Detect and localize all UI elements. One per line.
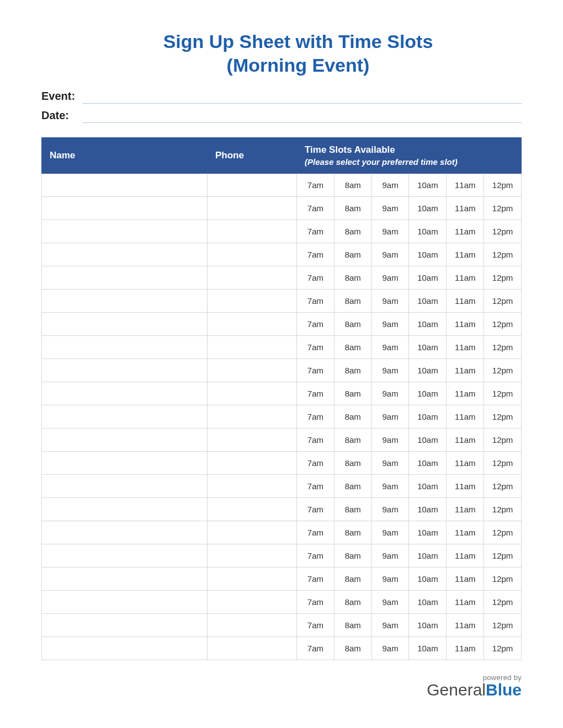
time-slot-cell[interactable]: 9am bbox=[371, 637, 409, 660]
time-slot-cell[interactable]: 12pm bbox=[484, 359, 522, 382]
phone-cell[interactable] bbox=[208, 521, 297, 544]
name-cell[interactable] bbox=[42, 521, 208, 544]
time-slot-cell[interactable]: 7am bbox=[297, 475, 334, 498]
name-cell[interactable] bbox=[42, 591, 208, 614]
time-slot-cell[interactable]: 10am bbox=[409, 475, 447, 498]
time-slot-cell[interactable]: 11am bbox=[447, 197, 484, 220]
time-slot-cell[interactable]: 12pm bbox=[484, 591, 522, 614]
time-slot-cell[interactable]: 12pm bbox=[484, 382, 522, 405]
time-slot-cell[interactable]: 8am bbox=[334, 591, 371, 614]
time-slot-cell[interactable]: 10am bbox=[409, 521, 447, 544]
time-slot-cell[interactable]: 7am bbox=[297, 313, 334, 336]
time-slot-cell[interactable]: 12pm bbox=[484, 637, 522, 660]
time-slot-cell[interactable]: 7am bbox=[297, 405, 334, 429]
time-slot-cell[interactable]: 12pm bbox=[484, 313, 522, 336]
time-slot-cell[interactable]: 8am bbox=[334, 243, 371, 266]
phone-cell[interactable] bbox=[208, 568, 297, 591]
time-slot-cell[interactable]: 11am bbox=[447, 568, 484, 591]
time-slot-cell[interactable]: 9am bbox=[371, 614, 409, 637]
time-slot-cell[interactable]: 7am bbox=[297, 220, 334, 243]
time-slot-cell[interactable]: 10am bbox=[409, 405, 447, 429]
time-slot-cell[interactable]: 8am bbox=[334, 498, 371, 521]
name-cell[interactable] bbox=[42, 220, 208, 243]
name-cell[interactable] bbox=[42, 429, 208, 452]
phone-cell[interactable] bbox=[208, 637, 297, 660]
time-slot-cell[interactable]: 12pm bbox=[484, 452, 522, 475]
time-slot-cell[interactable]: 7am bbox=[297, 452, 334, 475]
time-slot-cell[interactable]: 9am bbox=[371, 266, 409, 290]
time-slot-cell[interactable]: 12pm bbox=[484, 405, 522, 429]
time-slot-cell[interactable]: 7am bbox=[297, 498, 334, 521]
time-slot-cell[interactable]: 12pm bbox=[484, 290, 522, 313]
time-slot-cell[interactable]: 8am bbox=[334, 544, 371, 568]
time-slot-cell[interactable]: 12pm bbox=[484, 266, 522, 290]
time-slot-cell[interactable]: 11am bbox=[447, 290, 484, 313]
name-cell[interactable] bbox=[42, 637, 208, 660]
time-slot-cell[interactable]: 8am bbox=[334, 266, 371, 290]
name-cell[interactable] bbox=[42, 313, 208, 336]
time-slot-cell[interactable]: 12pm bbox=[484, 614, 522, 637]
phone-cell[interactable] bbox=[208, 429, 297, 452]
time-slot-cell[interactable]: 9am bbox=[371, 313, 409, 336]
time-slot-cell[interactable]: 8am bbox=[334, 568, 371, 591]
time-slot-cell[interactable]: 8am bbox=[334, 429, 371, 452]
time-slot-cell[interactable]: 10am bbox=[409, 614, 447, 637]
time-slot-cell[interactable]: 7am bbox=[297, 359, 334, 382]
time-slot-cell[interactable]: 8am bbox=[334, 336, 371, 359]
time-slot-cell[interactable]: 8am bbox=[334, 521, 371, 544]
time-slot-cell[interactable]: 8am bbox=[334, 637, 371, 660]
time-slot-cell[interactable]: 11am bbox=[447, 614, 484, 637]
time-slot-cell[interactable]: 12pm bbox=[484, 174, 522, 197]
time-slot-cell[interactable]: 7am bbox=[297, 429, 334, 452]
time-slot-cell[interactable]: 10am bbox=[409, 637, 447, 660]
time-slot-cell[interactable]: 8am bbox=[334, 290, 371, 313]
time-slot-cell[interactable]: 7am bbox=[297, 290, 334, 313]
time-slot-cell[interactable]: 11am bbox=[447, 313, 484, 336]
name-cell[interactable] bbox=[42, 359, 208, 382]
time-slot-cell[interactable]: 11am bbox=[447, 174, 484, 197]
time-slot-cell[interactable]: 8am bbox=[334, 174, 371, 197]
time-slot-cell[interactable]: 12pm bbox=[484, 220, 522, 243]
time-slot-cell[interactable]: 9am bbox=[371, 498, 409, 521]
time-slot-cell[interactable]: 11am bbox=[447, 637, 484, 660]
phone-cell[interactable] bbox=[208, 243, 297, 266]
time-slot-cell[interactable]: 7am bbox=[297, 336, 334, 359]
time-slot-cell[interactable]: 9am bbox=[371, 591, 409, 614]
time-slot-cell[interactable]: 11am bbox=[447, 220, 484, 243]
phone-cell[interactable] bbox=[208, 544, 297, 568]
time-slot-cell[interactable]: 11am bbox=[447, 452, 484, 475]
time-slot-cell[interactable]: 9am bbox=[371, 243, 409, 266]
time-slot-cell[interactable]: 7am bbox=[297, 544, 334, 568]
time-slot-cell[interactable]: 9am bbox=[371, 359, 409, 382]
phone-cell[interactable] bbox=[208, 290, 297, 313]
time-slot-cell[interactable]: 7am bbox=[297, 243, 334, 266]
time-slot-cell[interactable]: 9am bbox=[371, 336, 409, 359]
phone-cell[interactable] bbox=[208, 475, 297, 498]
time-slot-cell[interactable]: 11am bbox=[447, 521, 484, 544]
time-slot-cell[interactable]: 7am bbox=[297, 266, 334, 290]
name-cell[interactable] bbox=[42, 544, 208, 568]
time-slot-cell[interactable]: 10am bbox=[409, 591, 447, 614]
name-cell[interactable] bbox=[42, 405, 208, 429]
time-slot-cell[interactable]: 11am bbox=[447, 498, 484, 521]
name-cell[interactable] bbox=[42, 452, 208, 475]
time-slot-cell[interactable]: 9am bbox=[371, 429, 409, 452]
time-slot-cell[interactable]: 10am bbox=[409, 382, 447, 405]
time-slot-cell[interactable]: 11am bbox=[447, 475, 484, 498]
name-cell[interactable] bbox=[42, 498, 208, 521]
time-slot-cell[interactable]: 9am bbox=[371, 544, 409, 568]
time-slot-cell[interactable]: 7am bbox=[297, 174, 334, 197]
time-slot-cell[interactable]: 12pm bbox=[484, 197, 522, 220]
time-slot-cell[interactable]: 12pm bbox=[484, 521, 522, 544]
time-slot-cell[interactable]: 11am bbox=[447, 382, 484, 405]
time-slot-cell[interactable]: 11am bbox=[447, 359, 484, 382]
time-slot-cell[interactable]: 8am bbox=[334, 614, 371, 637]
time-slot-cell[interactable]: 8am bbox=[334, 382, 371, 405]
time-slot-cell[interactable]: 10am bbox=[409, 174, 447, 197]
time-slot-cell[interactable]: 10am bbox=[409, 266, 447, 290]
phone-cell[interactable] bbox=[208, 591, 297, 614]
time-slot-cell[interactable]: 10am bbox=[409, 290, 447, 313]
date-input-line[interactable] bbox=[83, 111, 522, 123]
time-slot-cell[interactable]: 12pm bbox=[484, 336, 522, 359]
phone-cell[interactable] bbox=[208, 498, 297, 521]
